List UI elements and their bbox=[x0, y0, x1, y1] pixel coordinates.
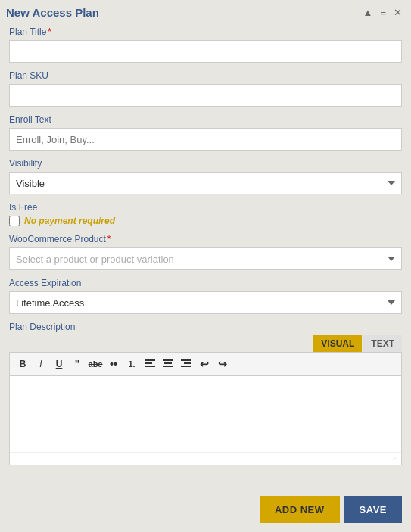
is-free-checkbox[interactable] bbox=[9, 216, 20, 226]
is-free-checkbox-row: No payment required bbox=[9, 216, 402, 226]
enroll-text-group: Enroll Text bbox=[9, 114, 402, 151]
toolbar-ordered-list[interactable]: 1. bbox=[123, 356, 140, 372]
plan-title-label: Plan Title* bbox=[9, 26, 402, 37]
toolbar-undo[interactable]: ↩ bbox=[196, 356, 213, 372]
toolbar-strikethrough[interactable]: abc bbox=[87, 356, 104, 372]
top-bar: New Access Plan ▲ ≡ ✕ bbox=[0, 0, 411, 23]
page-wrapper: New Access Plan ▲ ≡ ✕ Plan Title* Plan S… bbox=[0, 0, 411, 532]
access-expiration-label: Access Expiration bbox=[9, 278, 402, 288]
woocommerce-product-label: WooCommerce Product* bbox=[9, 234, 402, 244]
editor-toolbar: B I U " abc •• 1. ↩ ↪ bbox=[9, 352, 402, 375]
woocommerce-product-group: WooCommerce Product* Select a product or… bbox=[9, 234, 402, 270]
visibility-select[interactable]: Visible Hidden bbox=[9, 172, 402, 194]
access-expiration-select[interactable]: Lifetime Access Fixed Date Limited Perio… bbox=[9, 291, 402, 314]
svg-rect-6 bbox=[181, 359, 191, 361]
plan-sku-label: Plan SKU bbox=[9, 70, 402, 81]
is-free-label: Is Free bbox=[9, 202, 402, 213]
page-title: New Access Plan bbox=[6, 6, 99, 19]
svg-rect-3 bbox=[163, 359, 173, 361]
editor-resize-handle: ⌢ bbox=[10, 452, 401, 465]
plan-title-input[interactable] bbox=[9, 40, 402, 63]
tab-visual[interactable]: VISUAL bbox=[313, 335, 362, 352]
svg-rect-0 bbox=[145, 359, 155, 361]
svg-rect-8 bbox=[181, 366, 191, 367]
plan-sku-group: Plan SKU bbox=[9, 70, 402, 107]
is-free-group: Is Free No payment required bbox=[9, 202, 402, 226]
toolbar-unordered-list[interactable]: •• bbox=[105, 356, 122, 372]
enroll-text-label: Enroll Text bbox=[9, 114, 402, 125]
footer-bar: ADD NEW SAVE bbox=[0, 487, 411, 532]
plan-title-group: Plan Title* bbox=[9, 26, 402, 63]
plan-sku-input[interactable] bbox=[9, 84, 402, 107]
expand-icon[interactable]: ▲ bbox=[363, 8, 373, 17]
close-icon[interactable]: ✕ bbox=[394, 8, 402, 17]
svg-rect-4 bbox=[164, 362, 172, 364]
toolbar-underline[interactable]: U bbox=[51, 356, 67, 372]
toolbar-bold[interactable]: B bbox=[14, 356, 31, 372]
add-new-button[interactable]: ADD NEW bbox=[260, 496, 340, 523]
plan-description-label: Plan Description bbox=[9, 322, 402, 332]
svg-rect-1 bbox=[145, 362, 152, 364]
visibility-group: Visibility Visible Hidden bbox=[9, 158, 402, 194]
toolbar-align-right[interactable] bbox=[178, 356, 195, 372]
menu-icon[interactable]: ≡ bbox=[380, 8, 386, 17]
toolbar-align-left[interactable] bbox=[142, 356, 158, 372]
resize-icon: ⌢ bbox=[393, 454, 398, 463]
is-free-checkbox-label: No payment required bbox=[24, 216, 115, 226]
visibility-label: Visibility bbox=[9, 158, 402, 169]
access-expiration-group: Access Expiration Lifetime Access Fixed … bbox=[9, 278, 402, 314]
enroll-text-input[interactable] bbox=[9, 128, 402, 151]
save-button[interactable]: SAVE bbox=[344, 496, 402, 523]
toolbar-italic[interactable]: I bbox=[33, 356, 49, 372]
content-area: Plan Title* Plan SKU Enroll Text Visibil… bbox=[0, 23, 411, 487]
toolbar-align-center[interactable] bbox=[160, 356, 176, 372]
svg-rect-2 bbox=[145, 366, 155, 367]
top-bar-icons: ▲ ≡ ✕ bbox=[363, 8, 402, 17]
toolbar-redo[interactable]: ↪ bbox=[214, 356, 231, 372]
svg-rect-5 bbox=[163, 366, 173, 367]
toolbar-blockquote[interactable]: " bbox=[69, 356, 86, 372]
editor-container: ⌢ bbox=[9, 375, 402, 465]
product-select-wrapper: Select a product or product variation bbox=[9, 247, 402, 270]
editor-content-area[interactable] bbox=[10, 376, 401, 452]
product-select[interactable]: Select a product or product variation bbox=[9, 247, 402, 270]
tab-text[interactable]: TEXT bbox=[363, 335, 402, 352]
editor-tabs: VISUAL TEXT bbox=[9, 335, 402, 352]
svg-rect-7 bbox=[184, 362, 191, 364]
plan-description-group: Plan Description VISUAL TEXT B I U " abc… bbox=[9, 322, 402, 465]
